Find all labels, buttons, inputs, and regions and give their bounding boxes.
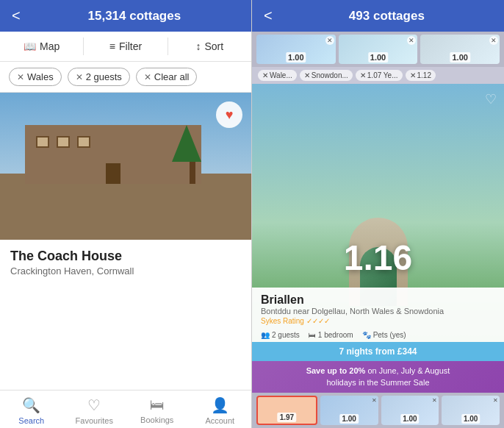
sale-text1: on June, July & August (367, 366, 450, 375)
bottom-price-1: 1.97 (278, 413, 296, 422)
bottom-thumb-1[interactable]: 1.97 (256, 396, 317, 425)
window-3 (77, 136, 90, 148)
wales-chip-close[interactable]: ✕ (17, 72, 24, 82)
map-label: Map (40, 40, 60, 52)
window-2 (57, 136, 70, 148)
card-info-main: Briallen Bontddu near Dolgellau, North W… (252, 288, 504, 328)
main-listing-card[interactable]: ♡ 1.16 Briallen Bontddu near Dolgellau, … (252, 84, 504, 361)
bottom-thumb-4[interactable]: ✕ 1.00 (442, 396, 500, 425)
filter-button[interactable]: ≡ Filter (84, 38, 168, 55)
results-count-right: 493 cottages (281, 9, 492, 24)
summer-sale-banner[interactable]: Save up to 20% on June, July & August ho… (252, 361, 504, 393)
house-scene (0, 93, 251, 240)
sale-highlight: Save up to 20% (306, 366, 366, 375)
thumb-close-3[interactable]: ✕ (489, 36, 498, 45)
nav-bookings[interactable]: 🛏 Bookings (126, 396, 189, 425)
bottom-close-3[interactable]: ✕ (432, 397, 437, 404)
bottom-nav: 🔍 Search ♡ Favourites 🛏 Bookings 👤 Accou… (0, 390, 251, 428)
wales-chip-label: Wales (27, 71, 54, 82)
filter-chip-wales-label: Wale... (270, 71, 292, 79)
clear-all-chip[interactable]: ✕ Clear all (136, 68, 198, 86)
summer-sale-line1: Save up to 20% on June, July & August (261, 365, 495, 377)
header-right: < 493 cottages (252, 0, 504, 32)
heart-nav-icon: ♡ (87, 396, 101, 414)
map-icon: 📖 (24, 40, 36, 52)
header-left: < 15,314 cottages (0, 0, 251, 32)
results-count-left: 15,314 cottages (29, 9, 240, 24)
thumb-price-3: 1.00 (450, 52, 469, 63)
filter-chip-snowdon-label: Snowdon... (312, 71, 348, 79)
favourite-button[interactable]: ♥ (216, 101, 242, 128)
card-heart-icon[interactable]: ♡ (485, 91, 497, 107)
nav-account[interactable]: 👤 Account (189, 396, 252, 425)
sort-label: Sort (204, 40, 223, 52)
guests-icon: 👥 (261, 331, 270, 339)
nav-search-label: Search (18, 416, 44, 425)
filter-chips: ✕ Wales ✕ 2 guests ✕ Clear all (0, 62, 251, 93)
bottom-close-4[interactable]: ✕ (493, 397, 498, 404)
guests-chip-label: 2 guests (86, 71, 122, 82)
nav-search[interactable]: 🔍 Search (0, 396, 63, 425)
guests-chip[interactable]: ✕ 2 guests (68, 68, 130, 86)
tree (184, 125, 201, 184)
bottom-thumb-2[interactable]: ✕ 1.00 (320, 396, 378, 425)
bedrooms-feature: 🛏 1 bedroom (309, 331, 353, 339)
summer-sale-line2: holidays in the Summer Sale (261, 377, 495, 388)
thumb-item-2[interactable]: ✕ 1.00 (339, 35, 418, 64)
main-card-price: 1.16 (344, 238, 412, 278)
nav-favourites-label: Favourites (76, 416, 113, 425)
nav-bookings-label: Bookings (140, 415, 173, 424)
rating-label: Sykes Rating (261, 317, 304, 325)
thumb-item-3[interactable]: ✕ 1.00 (420, 35, 500, 64)
clear-all-label: Clear all (154, 71, 190, 82)
book-cta-button[interactable]: 7 nights from £344 (252, 342, 504, 361)
window-1 (36, 136, 49, 148)
tree-trunk (190, 162, 195, 184)
filter-chip-year-label: 1.07 Ye... (367, 71, 398, 79)
back-button-left[interactable]: < (12, 7, 21, 24)
phone-left: < 15,314 cottages 📖 Map ≡ Filter ↕ Sort … (0, 0, 252, 428)
bedrooms-count: 1 bedroom (318, 331, 353, 339)
heart-icon: ♥ (226, 107, 234, 123)
nav-account-label: Account (205, 416, 234, 425)
filter-chip-year[interactable]: ✕ 1.07 Ye... (356, 70, 403, 81)
card-info: Briallen Bontddu near Dolgellau, North W… (252, 288, 504, 361)
thumb-close-1[interactable]: ✕ (325, 36, 334, 45)
filter-chip-snowdon[interactable]: ✕ Snowdon... (300, 70, 353, 81)
bottom-thumb-3[interactable]: ✕ 1.00 (381, 396, 439, 425)
thumb-item-1[interactable]: ✕ 1.00 (256, 35, 336, 64)
close-icon-extra: ✕ (410, 71, 416, 79)
guests-chip-close[interactable]: ✕ (76, 72, 83, 82)
rating-stars: ✓✓✓✓ (306, 317, 330, 325)
bookings-icon: 🛏 (150, 396, 165, 413)
filter-chips-right: ✕ Wale... ✕ Snowdon... ✕ 1.07 Ye... ✕ 1.… (252, 67, 504, 84)
listing-info: The Coach House Crackington Haven, Cornw… (0, 240, 251, 277)
thumb-price-2: 1.00 (368, 52, 388, 63)
phone-right: < 493 cottages ✕ 1.00 ✕ 1.00 ✕ 1.00 ✕ Wa… (252, 0, 504, 428)
close-icon-snowdon: ✕ (304, 71, 310, 79)
tree-top (172, 125, 201, 162)
clear-all-close[interactable]: ✕ (144, 72, 151, 82)
filter-chip-wales[interactable]: ✕ Wale... (258, 70, 297, 81)
bottom-close-2[interactable]: ✕ (372, 397, 377, 404)
pets-feature: 🐾 Pets (yes) (362, 331, 406, 339)
filter-label: Filter (119, 40, 142, 52)
bottom-price-2: 1.00 (339, 414, 358, 424)
listing-image: ♥ (0, 93, 251, 240)
bottom-thumb-strip: 1.97 ✕ 1.00 ✕ 1.00 ✕ 1.00 (252, 393, 504, 428)
wales-chip[interactable]: ✕ Wales (9, 68, 62, 86)
map-button[interactable]: 📖 Map (0, 38, 84, 55)
sort-button[interactable]: ↕ Sort (168, 38, 251, 55)
card-features: 👥 2 guests 🛏 1 bedroom 🐾 Pets (yes) (252, 328, 504, 342)
account-icon: 👤 (211, 396, 229, 414)
filter-chip-extra[interactable]: ✕ 1.12 (406, 70, 436, 81)
filter-chip-extra-label: 1.12 (417, 71, 431, 79)
filter-icon: ≡ (109, 40, 115, 52)
nav-favourites[interactable]: ♡ Favourites (63, 396, 126, 425)
listing-location: Crackington Haven, Cornwall (10, 265, 241, 277)
card-rating: Sykes Rating ✓✓✓✓ (261, 317, 495, 325)
listing-title: The Coach House (10, 249, 241, 264)
card-title: Briallen (261, 293, 495, 307)
card-subtitle: Bontddu near Dolgellau, North Wales & Sn… (261, 307, 495, 315)
back-button-right[interactable]: < (264, 7, 273, 24)
